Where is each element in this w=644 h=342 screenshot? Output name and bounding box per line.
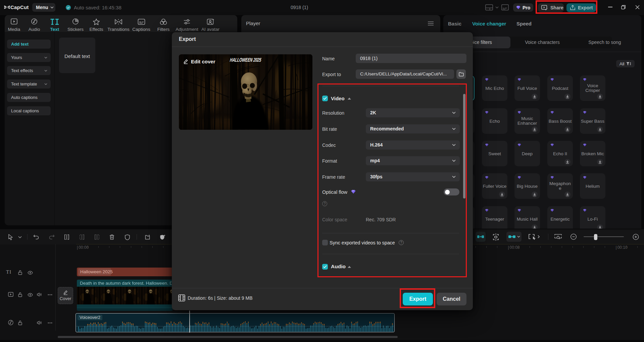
svg-text:HALLOWEEN 2025: HALLOWEEN 2025 — [230, 57, 262, 63]
